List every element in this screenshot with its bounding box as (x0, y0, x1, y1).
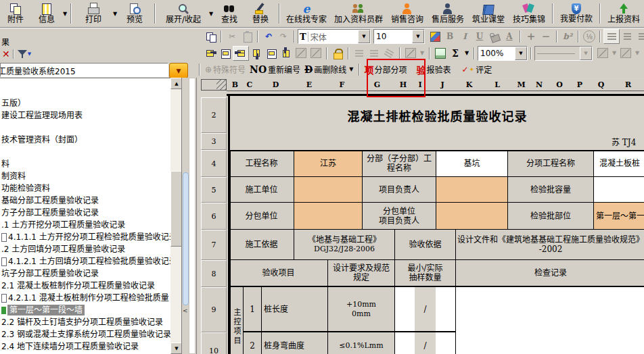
tree-item[interactable]: 技术管理资料（封面） (0, 134, 181, 146)
font-color-button[interactable]: A (502, 30, 517, 43)
strike-dropdown-icon[interactable]: ▼ (349, 66, 353, 72)
insert-row-button[interactable] (279, 47, 294, 60)
subcontractor-pm-label[interactable]: 分包单位项目负责人 (363, 203, 436, 230)
tree-item[interactable] (0, 146, 181, 158)
font-size-dropdown-icon[interactable]: ▼ (412, 30, 424, 43)
border-color-button[interactable] (595, 47, 610, 60)
tree-item[interactable]: 2.1 混凝土板桩制作分项工程质量验收记录 (0, 280, 181, 292)
column-header-H[interactable]: H (393, 79, 414, 91)
row-header-4[interactable]: 4 (201, 150, 227, 177)
item-spec-cell[interactable]: +10mm0mm (328, 287, 395, 332)
italic-button[interactable]: I (457, 30, 472, 43)
column-header-M[interactable]: M (514, 79, 529, 91)
align-justify-button[interactable] (603, 29, 620, 44)
insert-left-button[interactable] (203, 47, 218, 60)
print-dropdown-icon[interactable]: ▼ (112, 11, 118, 17)
tree-item[interactable]: .1 土方开挖分项工程质量验收记录 (0, 219, 181, 231)
superscript-button[interactable]: b² (560, 30, 575, 43)
batch-capacity-value[interactable] (594, 177, 644, 203)
subdivision-value[interactable]: 基坑 (436, 150, 508, 177)
paste-button[interactable] (239, 30, 254, 43)
row-header-10[interactable]: 10 (201, 332, 227, 354)
column-header-L[interactable]: L (480, 79, 515, 91)
tree-item[interactable]: 2.4 地下连续墙分项工程质量验收记录 (0, 340, 181, 353)
column-header-D[interactable]: D (256, 79, 296, 91)
row-header-9[interactable]: 9 (201, 287, 227, 332)
fill-pattern-button[interactable] (403, 47, 418, 60)
item-name-value[interactable]: 混凝土板桩 (594, 150, 644, 177)
check-record-header[interactable]: 检查记录 (456, 260, 644, 287)
upload-data-button[interactable]: 上报资料 (603, 1, 644, 26)
cut-button[interactable]: ✂ (225, 30, 239, 43)
item-sample-cell[interactable]: / (395, 332, 456, 354)
column-header-Q[interactable]: Q (591, 79, 612, 91)
info-button[interactable]: 信息 (31, 1, 62, 26)
undo-button[interactable]: ↶ (261, 30, 276, 43)
strikethrough-button[interactable]: Đ 画删除线 ▼ (302, 62, 355, 77)
construction-basis-value[interactable]: 《地基与基础工程》DGJ32/J28-2006 (294, 230, 395, 260)
info-dropdown-icon[interactable]: ▼ (62, 11, 68, 17)
splitter-thumb[interactable] (183, 172, 189, 305)
item-spec-cell[interactable]: ≤0.1%Lmm (328, 332, 395, 354)
redo-button[interactable]: ↷ (276, 30, 291, 43)
inspection-form-button[interactable]: 验 报验表 (415, 62, 453, 77)
eraser-button[interactable] (382, 47, 396, 60)
attachment-button[interactable]: 附件 (0, 1, 31, 26)
project-name-label[interactable]: 工程名称 (229, 150, 294, 177)
tree-item[interactable]: 基础分部工程质量验收记录 (0, 195, 181, 207)
preview-button[interactable]: 预览 (118, 1, 152, 26)
column-header-R[interactable]: R (612, 79, 644, 91)
contractor-label[interactable]: 施工单位 (229, 177, 294, 203)
tree-item[interactable]: 坑子分部工程质量验收记录 (0, 268, 181, 280)
line-spacing-decrease-button[interactable] (367, 47, 382, 60)
align-left-button[interactable] (620, 30, 635, 43)
font-size-select[interactable]: 10 ▼ (373, 29, 425, 44)
tree-item[interactable]: 制资料 (0, 170, 181, 182)
tree-item[interactable]: 功能检验资料 (0, 182, 181, 195)
item-sample-cell[interactable]: / (395, 287, 456, 332)
font-family-dropdown-icon[interactable]: ▼ (358, 30, 370, 43)
sum-dropdown-icon[interactable]: ▼ (463, 50, 471, 56)
column-header-O[interactable]: O (550, 79, 570, 91)
template-select[interactable]: 工质量验收系统2015 ▼ (0, 63, 188, 77)
find-button[interactable]: 查找 (214, 1, 245, 26)
classroom-button[interactable]: 筑业课堂 (468, 1, 509, 26)
main-control-section[interactable]: 主控项目 (229, 287, 244, 354)
subdivision-label[interactable]: 分部（子分部）工程名称 (363, 150, 436, 177)
print-button[interactable]: 打印 (74, 1, 112, 26)
column-header-G[interactable]: G (361, 79, 394, 91)
align-right-button[interactable] (635, 30, 644, 43)
row-header-3[interactable]: 3 (201, 133, 227, 150)
project-manager-value[interactable] (436, 177, 508, 203)
paste-format-button[interactable] (308, 47, 323, 60)
column-header-B[interactable]: B (227, 79, 244, 91)
tree-item-selected[interactable]: 第一层～第一段～墙 (0, 304, 181, 316)
tree-item[interactable]: 建设工程监理现场用表 (0, 109, 181, 122)
subcontractor-label[interactable]: 分包单位 (229, 203, 294, 230)
tree-item[interactable]: 4.2.1.1 混凝土板桩制作分项工程检验批质量 (0, 292, 181, 304)
subcontractor-value[interactable] (294, 203, 363, 230)
filter-dropdown-icon[interactable]: ▼ (28, 51, 31, 57)
tree-scrollbar[interactable]: ▲ ▼ (170, 78, 181, 354)
insert-table-button[interactable] (264, 47, 279, 60)
row-header-6[interactable]: 6 (201, 203, 227, 230)
column-header-F[interactable]: F (323, 79, 362, 91)
template-dropdown-button[interactable]: ▼ (169, 63, 188, 78)
tree-item[interactable]: 料 (0, 158, 181, 170)
fill-pattern-dropdown-icon[interactable]: ▼ (418, 50, 426, 56)
assess-button[interactable]: ✓ ✦ 评定 (460, 62, 495, 77)
renumber-button[interactable]: NO 重新编号 (248, 62, 302, 77)
item-number-cell[interactable]: 2 (244, 332, 262, 354)
item-number-cell[interactable]: 1 (244, 287, 262, 332)
sales-consult-button[interactable]: 销售咨询 (387, 1, 428, 26)
item-name-cell[interactable]: 桩长度 (262, 287, 328, 332)
tree-item[interactable]: 4.1.2.1 土方回填分项工程检验批质量验收记录 (0, 255, 181, 268)
close-icon[interactable]: ✕ (2, 49, 10, 59)
line-spacing-increase-button[interactable] (352, 47, 367, 60)
batch-capacity-label[interactable]: 检验批容量 (508, 177, 594, 203)
sum-button[interactable]: Σ (448, 47, 463, 60)
line-style-select[interactable]: ▼ (534, 46, 593, 61)
project-name-value[interactable]: 江苏 (294, 150, 363, 177)
acceptance-items-header[interactable]: 验收项目 (229, 260, 328, 287)
merge-cells-button[interactable] (218, 47, 233, 60)
